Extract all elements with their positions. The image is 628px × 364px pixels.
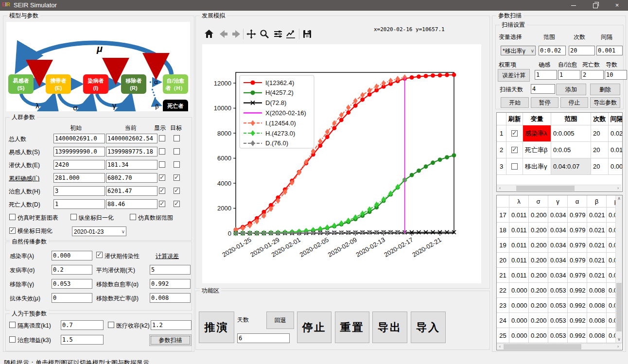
current-value-input[interactable] (106, 147, 157, 156)
k2-input[interactable] (151, 320, 192, 330)
target-checkbox[interactable] (174, 161, 180, 168)
show-checkbox[interactable] (159, 161, 165, 168)
results-row[interactable]: 170.0110.2000.0340.9790.0210.0 (497, 208, 622, 223)
param-scan-button[interactable]: 参数扫描 (149, 334, 192, 346)
x-axis-date-checkbox[interactable] (9, 227, 16, 234)
population-row-label[interactable]: 累积确感(I`) (9, 175, 39, 182)
scroll-right-arrow[interactable]: › (615, 344, 621, 350)
show-checkbox[interactable] (159, 201, 165, 207)
pan-icon[interactable] (246, 29, 257, 39)
refresh-checkbox[interactable] (511, 130, 518, 137)
scan-variable-row[interactable]: 1感染率λ0:0.005200.020 (497, 125, 622, 142)
weight-deaths-input[interactable] (581, 70, 604, 80)
results-row[interactable]: 180.0110.2000.0340.9790.0210.0 (497, 223, 622, 238)
error-calc-button[interactable]: 误差计算 (498, 69, 530, 82)
incubation-infectious-checkbox[interactable] (96, 252, 103, 258)
initial-value-input[interactable] (53, 186, 105, 196)
restore-button[interactable] (584, 0, 606, 11)
k1-input[interactable] (61, 320, 104, 330)
incubation-days-input[interactable] (150, 265, 191, 275)
target-checkbox[interactable] (174, 148, 180, 155)
delete-button[interactable]: 删除 (590, 84, 620, 95)
rollback-button[interactable]: 回退 (266, 312, 294, 329)
results-row[interactable]: 250.0000.2000.0530.9920.0080.0 (497, 328, 622, 343)
scan-pause-button[interactable]: 暂停 (531, 97, 558, 108)
add-button[interactable]: 添加 (556, 84, 586, 95)
minimize-button[interactable] (562, 0, 584, 11)
k3-input[interactable] (61, 335, 104, 345)
weight-confirmed-input[interactable] (535, 70, 557, 80)
scan-days-input[interactable] (531, 84, 555, 94)
k2-checkbox[interactable] (108, 322, 114, 328)
initial-value-input[interactable] (53, 147, 105, 156)
zoom-icon[interactable] (259, 29, 270, 39)
results-row[interactable]: 210.0110.2000.0340.9790.0210.0 (497, 268, 622, 283)
option-checkbox[interactable] (70, 214, 77, 220)
target-checkbox[interactable] (174, 135, 180, 141)
k3-checkbox[interactable] (9, 336, 16, 343)
scan-variable-row[interactable]: 2死亡率β0:0.05200.010 (497, 142, 622, 158)
days-input[interactable] (237, 333, 290, 343)
initial-value-input[interactable] (53, 199, 105, 209)
calc-error-link[interactable]: 计算误差 (156, 253, 179, 260)
seir-chart[interactable]: 0200040006000800010000120002020-01-25202… (202, 44, 481, 283)
mu-input[interactable] (52, 293, 92, 303)
edit-axes-icon[interactable] (285, 29, 296, 39)
refresh-checkbox[interactable] (511, 163, 518, 170)
scroll-left-arrow[interactable]: ‹ (497, 185, 503, 191)
scan-results-table[interactable]: λσγαβμ170.0110.2000.0340.9790.0210.0180.… (496, 195, 623, 350)
initial-value-input[interactable] (53, 173, 105, 183)
scan-table-hscrollbar[interactable]: ‹ › (497, 185, 621, 191)
save-icon[interactable] (302, 29, 313, 39)
lambda-input[interactable] (52, 251, 92, 260)
scan-count-input[interactable] (569, 46, 595, 55)
alpha-input[interactable] (150, 279, 191, 289)
gamma-input[interactable] (52, 279, 92, 289)
weight-derivative-input[interactable] (605, 70, 627, 80)
start-date-select[interactable]: 2020-01-23∨ (72, 226, 126, 236)
scroll-left-arrow[interactable]: ‹ (497, 344, 503, 350)
option-checkbox[interactable] (9, 214, 16, 220)
chart-canvas[interactable]: 0200040006000800010000120002020-01-25202… (202, 44, 481, 283)
close-button[interactable]: × (606, 0, 628, 11)
results-row[interactable]: 240.0000.2000.0530.9920.0080.0 (497, 313, 622, 328)
scan-variables-table[interactable]: 刷新变量范围次数间隔1感染率λ0:0.005200.0202死亡率β0:0.05… (496, 112, 623, 192)
scan-start-button[interactable]: 开始 (501, 97, 529, 108)
home-icon[interactable] (204, 29, 214, 39)
current-value-input[interactable] (106, 160, 157, 170)
results-row[interactable]: 200.0110.2000.0340.9790.0210.0 (497, 253, 622, 268)
export-button[interactable]: 导出 (372, 312, 407, 343)
reset-button[interactable]: 重置 (335, 312, 369, 343)
target-checkbox[interactable] (174, 188, 180, 194)
scan-range-input[interactable] (539, 46, 566, 55)
stop-button[interactable]: 停止 (297, 312, 331, 343)
export-params-button[interactable]: 导出参数 (590, 97, 620, 108)
seir-model-diagram[interactable]: 易感者(S)携带者(E)染病者(I)移除者(R)自/治愈者（H）死亡者(D)μk… (6, 22, 190, 111)
current-value-input[interactable] (106, 134, 157, 143)
back-icon[interactable] (218, 29, 229, 39)
show-checkbox[interactable] (159, 148, 165, 155)
configure-subplots-icon[interactable] (273, 29, 283, 39)
show-checkbox[interactable] (159, 135, 165, 141)
target-checkbox[interactable] (174, 201, 180, 207)
initial-value-input[interactable] (53, 134, 105, 143)
refresh-checkbox[interactable] (511, 147, 518, 153)
results-row[interactable]: 220.0000.2000.0530.9920.0080.0 (497, 283, 622, 298)
weight-cured-input[interactable] (558, 70, 580, 80)
scan-variable-row[interactable]: 3移出率γ0.04:0.07200.001 (497, 158, 622, 175)
simulate-button[interactable]: 推演 (199, 312, 234, 343)
beta-input[interactable] (150, 293, 191, 303)
scan-interval-input[interactable] (596, 46, 623, 55)
current-value-input[interactable] (106, 199, 157, 209)
initial-value-input[interactable] (53, 160, 105, 170)
show-checkbox[interactable] (159, 188, 165, 194)
current-value-input[interactable] (106, 186, 157, 196)
results-hscrollbar[interactable]: ‹ › (497, 343, 621, 350)
scroll-up-arrow[interactable]: ∧ (616, 195, 622, 202)
scan-stop-button[interactable]: 停止 (560, 97, 588, 108)
results-row[interactable]: 190.0110.2000.0340.9790.0210.0 (497, 238, 622, 253)
results-vscrollbar[interactable]: ∧ ∨ (615, 195, 622, 343)
scan-variable-select[interactable]: *移出率γ∨ (501, 46, 536, 55)
show-checkbox[interactable] (159, 174, 165, 181)
k1-checkbox[interactable] (9, 322, 16, 328)
